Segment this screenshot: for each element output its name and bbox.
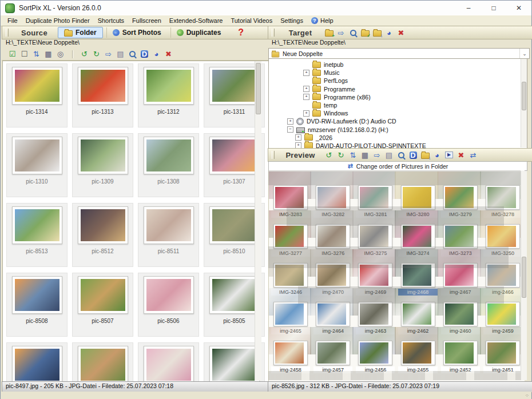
delete-icon[interactable]: ✖ bbox=[456, 150, 466, 160]
rotate-left-icon[interactable]: ↺ bbox=[324, 150, 334, 160]
search-icon[interactable] bbox=[348, 28, 358, 38]
tree-item[interactable]: − nmzserver (\\192.168.0.2) (H:) bbox=[269, 126, 527, 134]
tree-item[interactable]: inetpub bbox=[269, 61, 527, 69]
tree-toggle-icon[interactable]: + bbox=[303, 86, 309, 92]
change-order-button[interactable]: ⇄ Change order of Pictures in Folder bbox=[268, 161, 527, 171]
source-tab[interactable]: Folder bbox=[58, 27, 103, 38]
menu-item[interactable]: Settings bbox=[276, 17, 307, 25]
photo-card[interactable]: pic-1312 bbox=[138, 63, 199, 127]
duplicate-finder-icon[interactable]: D bbox=[408, 150, 418, 160]
menu-item[interactable]: Fullscreen bbox=[128, 17, 165, 25]
photo-card[interactable]: pic-1309 bbox=[72, 133, 133, 197]
rotate-right-icon[interactable]: ↻ bbox=[336, 150, 346, 160]
photo-card[interactable]: pic-8503 bbox=[72, 342, 133, 387]
delete-icon[interactable]: ✖ bbox=[396, 28, 406, 38]
statistics-pie-icon[interactable]: ◕ bbox=[384, 28, 394, 38]
menu-item[interactable]: ?Help bbox=[307, 17, 338, 25]
folder-combobox[interactable]: Neue Doppelte ⌄ bbox=[268, 48, 530, 59]
photo-card[interactable]: pic-8507 bbox=[72, 273, 133, 337]
tree-item[interactable]: + Windows bbox=[269, 109, 527, 117]
photo-card[interactable]: pic-8512 bbox=[72, 203, 133, 267]
source-scrollbar[interactable] bbox=[255, 61, 261, 381]
thumbnail-grid-icon[interactable]: ▦ bbox=[42, 49, 54, 59]
scrollbar-thumb[interactable] bbox=[256, 63, 261, 114]
tree-item[interactable]: + DVD-RW-Laufwerk (D:) Audio CD bbox=[269, 117, 527, 125]
photo-thumbnail bbox=[81, 139, 125, 171]
move-photo-icon[interactable]: ⇨ bbox=[372, 150, 382, 160]
minimize-button[interactable]: – bbox=[456, 1, 481, 15]
photo-card[interactable]: pic-1308 bbox=[138, 133, 199, 197]
menu-item[interactable]: Extended-Software bbox=[165, 17, 227, 25]
help-question-icon[interactable]: ? bbox=[238, 27, 244, 38]
tree-toggle-icon[interactable]: + bbox=[303, 70, 309, 76]
sort-order-icon[interactable]: ⇅ bbox=[30, 49, 42, 59]
maximize-button[interactable]: □ bbox=[481, 1, 506, 15]
source-tab[interactable]: →Sort Photos bbox=[106, 27, 167, 38]
confirm-folder-icon[interactable]: ✓ bbox=[360, 28, 370, 38]
photo-card[interactable]: pic-8513 bbox=[6, 203, 68, 267]
tree-toggle-icon[interactable]: − bbox=[287, 126, 293, 133]
source-path: H:\_TEXTE\Neue Doppelte\ bbox=[2, 39, 80, 47]
photo-thumbnail bbox=[445, 342, 474, 364]
preview-scrollbar[interactable] bbox=[521, 171, 527, 380]
photo-frame bbox=[401, 224, 435, 249]
source-tab[interactable]: →Duplicates bbox=[170, 27, 227, 38]
tree-toggle-icon[interactable]: + bbox=[303, 94, 309, 100]
tree-item[interactable]: + _2026 bbox=[269, 134, 527, 142]
tree-toggle-icon[interactable]: + bbox=[303, 110, 309, 117]
resize-grip[interactable]: ⁘ bbox=[525, 393, 530, 398]
photo-card[interactable]: pic-1313 bbox=[72, 63, 133, 127]
photo-thumbnail bbox=[317, 187, 346, 208]
folder-down-icon[interactable]: ↓ bbox=[420, 150, 430, 160]
scrollbar-thumb[interactable] bbox=[522, 82, 526, 110]
menu-item[interactable]: Duplicate Photo Finder bbox=[22, 17, 94, 25]
rotate-right-icon[interactable]: ↻ bbox=[90, 49, 102, 59]
source-photo-grid: pic-1314 pic-1313 pic-1312 pic-1311 pic-… bbox=[2, 61, 275, 387]
rename-icon[interactable]: ▤ bbox=[384, 150, 394, 160]
deselect-all-icon[interactable]: ☐ bbox=[18, 49, 30, 59]
close-button[interactable]: ✕ bbox=[506, 1, 531, 15]
toolbar-grip bbox=[272, 151, 275, 159]
photo-thumbnail bbox=[317, 342, 346, 364]
menu-item[interactable]: Tutorial Videos bbox=[227, 17, 276, 25]
duplicate-finder-icon[interactable]: D bbox=[138, 49, 150, 59]
compare-icon[interactable]: ◎ bbox=[54, 49, 66, 59]
photo-card[interactable]: pic-8511 bbox=[138, 203, 199, 267]
change-order-icon[interactable]: ⇄ bbox=[468, 150, 478, 160]
search-icon[interactable] bbox=[396, 150, 406, 160]
photo-card[interactable]: pic-8506 bbox=[138, 273, 199, 337]
select-all-icon[interactable]: ☑ bbox=[6, 49, 18, 59]
statistics-pie-icon[interactable]: ◕ bbox=[432, 150, 442, 160]
delete-icon[interactable]: ✖ bbox=[162, 49, 174, 59]
search-icon[interactable] bbox=[126, 49, 138, 59]
tree-item[interactable]: temp bbox=[269, 101, 527, 109]
photo-label: pic-8506 bbox=[157, 318, 179, 324]
tree-toggle-icon[interactable]: + bbox=[287, 118, 293, 125]
photo-card[interactable]: pic-8502 bbox=[138, 342, 199, 387]
thumbnail-grid-icon[interactable]: ▦ bbox=[360, 150, 370, 160]
tree-item[interactable]: PerfLogs bbox=[269, 77, 527, 85]
rename-icon[interactable]: ▤ bbox=[114, 49, 126, 59]
photo-label: pic-8505 bbox=[223, 318, 245, 324]
menu-item[interactable]: Shortcuts bbox=[94, 17, 128, 25]
photo-card[interactable]: pic-8508 bbox=[6, 273, 68, 337]
rotate-left-icon[interactable]: ↺ bbox=[78, 49, 90, 59]
folder-down-icon[interactable]: ↓ bbox=[372, 28, 382, 38]
new-folder-icon[interactable]: + bbox=[324, 28, 334, 38]
move-photo-icon[interactable]: ⇨ bbox=[102, 49, 114, 59]
chevron-down-icon[interactable]: ⌄ bbox=[519, 49, 529, 58]
menu-item[interactable]: File bbox=[3, 17, 22, 25]
scrollbar-thumb[interactable] bbox=[522, 257, 526, 298]
statistics-pie-icon[interactable]: ◕ bbox=[150, 49, 162, 59]
tree-item[interactable]: + Programme bbox=[269, 85, 527, 93]
photo-card[interactable]: pic-1314 bbox=[6, 63, 68, 127]
tree-item[interactable]: + Music bbox=[269, 69, 527, 77]
tree-item[interactable]: + Programme (x86) bbox=[269, 93, 527, 101]
tree-scrollbar[interactable] bbox=[521, 59, 527, 147]
photo-card[interactable]: pic-1310 bbox=[6, 133, 68, 197]
photo-card[interactable]: pic-8504 bbox=[6, 342, 68, 387]
slideshow-icon[interactable]: ▶ bbox=[444, 150, 454, 160]
tree-toggle-icon[interactable]: + bbox=[295, 134, 301, 141]
sort-order-icon[interactable]: ⇅ bbox=[348, 150, 358, 160]
move-to-folder-icon[interactable]: ⇨ bbox=[336, 28, 346, 38]
